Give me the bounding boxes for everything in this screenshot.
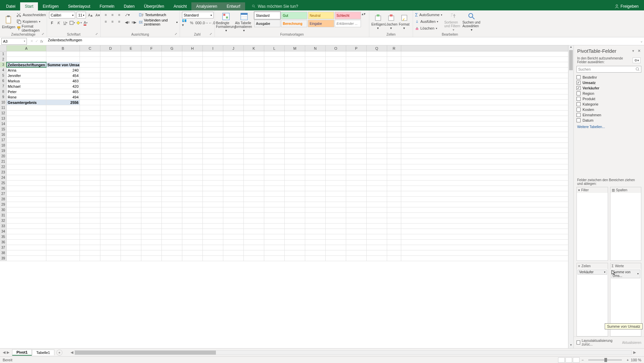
- cell-R35[interactable]: [387, 234, 401, 239]
- cut-button[interactable]: Ausschneiden: [16, 12, 46, 18]
- align-top-button[interactable]: ≡: [103, 12, 109, 18]
- align-middle-button[interactable]: ≡: [109, 12, 116, 18]
- field-checkbox[interactable]: [577, 75, 581, 79]
- cell-A11[interactable]: [7, 105, 46, 110]
- cell-K27[interactable]: [244, 191, 264, 196]
- cell-I35[interactable]: [203, 234, 223, 239]
- cell-G9[interactable]: [162, 94, 182, 99]
- cell-C13[interactable]: [80, 116, 100, 121]
- row-header-3[interactable]: 3: [0, 62, 7, 67]
- column-header-F[interactable]: F: [141, 45, 162, 51]
- copy-button[interactable]: Kopieren▾: [16, 18, 46, 25]
- underline-button[interactable]: U▾: [62, 20, 68, 26]
- hscroll-left-icon[interactable]: ◀: [69, 350, 75, 355]
- cell-B10[interactable]: 2556: [46, 100, 80, 105]
- cell-P13[interactable]: [346, 116, 367, 121]
- cell-J17[interactable]: [223, 137, 244, 143]
- cell-P9[interactable]: [346, 94, 367, 99]
- cell-Q14[interactable]: [367, 121, 387, 126]
- cell-F6[interactable]: [141, 78, 162, 83]
- cell-F26[interactable]: [141, 186, 162, 191]
- cell-B38[interactable]: [46, 250, 80, 255]
- font-name-select[interactable]: Calibri▾: [49, 12, 75, 18]
- cell-Q35[interactable]: [367, 234, 387, 239]
- cell-K22[interactable]: [244, 164, 264, 169]
- cell-F22[interactable]: [141, 164, 162, 169]
- cell-L30[interactable]: [264, 207, 285, 212]
- cell-C27[interactable]: [80, 191, 100, 196]
- cell-M27[interactable]: [285, 191, 305, 196]
- cell-F36[interactable]: [141, 240, 162, 245]
- cell-N26[interactable]: [305, 186, 326, 191]
- cell-N2[interactable]: [305, 57, 326, 62]
- cell-A38[interactable]: [7, 250, 46, 255]
- cell-E37[interactable]: [121, 245, 141, 250]
- cell-C31[interactable]: [80, 213, 100, 218]
- cell-J24[interactable]: [223, 175, 244, 180]
- cell-J21[interactable]: [223, 159, 244, 164]
- merge-center-button[interactable]: Verbinden und zentrieren▾: [139, 19, 178, 25]
- cell-E25[interactable]: [121, 180, 141, 186]
- cell-R21[interactable]: [387, 159, 401, 164]
- cell-A1[interactable]: [7, 51, 46, 56]
- cell-E7[interactable]: [121, 84, 141, 89]
- cell-L15[interactable]: [264, 127, 285, 132]
- cell-Q6[interactable]: [367, 78, 387, 83]
- cell-B9[interactable]: 494: [46, 94, 80, 99]
- cell-K17[interactable]: [244, 137, 264, 143]
- cell-D23[interactable]: [100, 170, 121, 175]
- tell-me-search[interactable]: Was möchten Sie tun?: [252, 4, 298, 9]
- cell-N15[interactable]: [305, 127, 326, 132]
- row-header-33[interactable]: 33: [0, 224, 7, 229]
- cell-A5[interactable]: Jennifer: [7, 73, 46, 78]
- cell-H26[interactable]: [182, 186, 203, 191]
- cell-J6[interactable]: [223, 78, 244, 83]
- cell-D28[interactable]: [100, 197, 121, 202]
- row-header-4[interactable]: 4: [0, 68, 7, 73]
- border-button[interactable]: ▾: [69, 20, 75, 26]
- cell-J9[interactable]: [223, 94, 244, 99]
- cell-B37[interactable]: [46, 245, 80, 250]
- cell-P35[interactable]: [346, 234, 367, 239]
- cell-Q23[interactable]: [367, 170, 387, 175]
- cell-J16[interactable]: [223, 132, 244, 137]
- cell-K25[interactable]: [244, 180, 264, 186]
- row-header-14[interactable]: 14: [0, 121, 7, 126]
- cell-D17[interactable]: [100, 137, 121, 143]
- cell-M37[interactable]: [285, 245, 305, 250]
- cell-O9[interactable]: [326, 94, 346, 99]
- cell-F33[interactable]: [141, 224, 162, 229]
- cell-G32[interactable]: [162, 218, 182, 223]
- cell-N34[interactable]: [305, 229, 326, 234]
- cell-L14[interactable]: [264, 121, 285, 126]
- update-button[interactable]: Aktualisieren: [622, 341, 641, 345]
- cell-B34[interactable]: [46, 229, 80, 234]
- cell-L28[interactable]: [264, 197, 285, 202]
- cell-J28[interactable]: [223, 197, 244, 202]
- cell-O4[interactable]: [326, 68, 346, 73]
- cell-H6[interactable]: [182, 78, 203, 83]
- cell-A17[interactable]: [7, 137, 46, 143]
- cell-Q36[interactable]: [367, 240, 387, 245]
- cell-Q11[interactable]: [367, 105, 387, 110]
- cell-B14[interactable]: [46, 121, 80, 126]
- cellstyle-ausgabe[interactable]: Ausgabe: [254, 20, 280, 27]
- cell-J1[interactable]: [223, 51, 244, 56]
- cell-I1[interactable]: [203, 51, 223, 56]
- cell-R18[interactable]: [387, 143, 401, 148]
- cell-I27[interactable]: [203, 191, 223, 196]
- cell-D19[interactable]: [100, 148, 121, 153]
- cell-M32[interactable]: [285, 218, 305, 223]
- decrease-decimal-button[interactable]: ←.0: [209, 20, 215, 26]
- cell-C1[interactable]: [80, 51, 100, 56]
- cell-Q37[interactable]: [367, 245, 387, 250]
- field-bestellnr[interactable]: Bestellnr: [577, 75, 641, 80]
- cell-I30[interactable]: [203, 207, 223, 212]
- cell-L1[interactable]: [264, 51, 285, 56]
- row-header-1[interactable]: 1: [0, 51, 7, 56]
- cell-D35[interactable]: [100, 234, 121, 239]
- row-header-21[interactable]: 21: [0, 159, 7, 164]
- cell-H5[interactable]: [182, 73, 203, 78]
- cell-F12[interactable]: [141, 111, 162, 116]
- cell-N8[interactable]: [305, 89, 326, 94]
